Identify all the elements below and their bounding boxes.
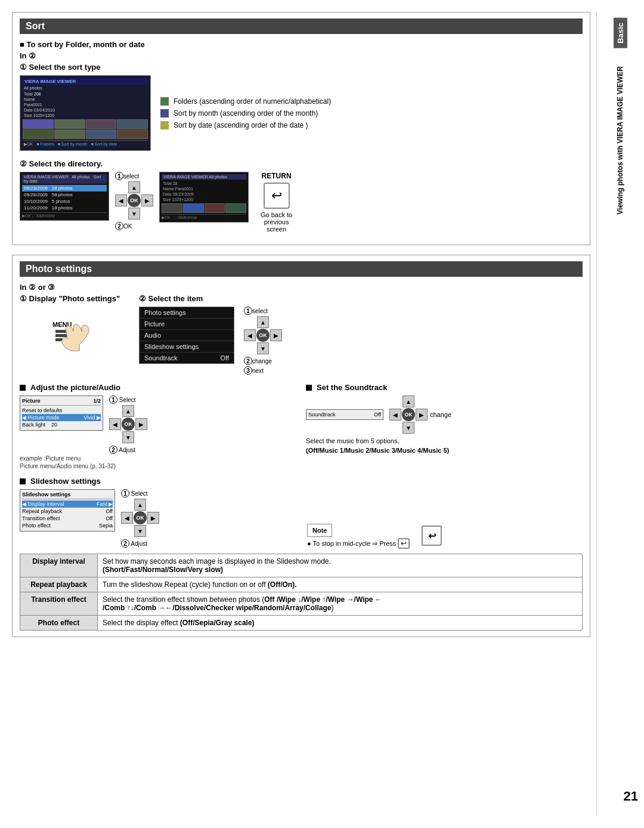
legend-item-green: Folders (ascending order of numeric/alph… <box>160 97 583 106</box>
photo-select-row: Photo settings Picture Audio Slideshow s… <box>139 307 583 375</box>
adj-down-row: ▼ <box>122 431 134 443</box>
adj-nav-down[interactable]: ▼ <box>122 431 134 443</box>
ss-nav-up[interactable]: ▲ <box>134 499 146 511</box>
table-row-photo-effect: Photo effect Select the display effect (… <box>20 616 583 631</box>
st-nav[interactable]: ▲ ◀ OK ▶ ▼ <box>389 396 428 434</box>
label-photo-effect: Photo effect <box>20 616 98 631</box>
thumb <box>205 203 225 213</box>
black-square2 <box>306 385 312 391</box>
legend-text-green: Folders (ascending order of numeric/alph… <box>174 97 331 106</box>
menu-hand-area: MENU <box>20 309 127 357</box>
legend-item-blue: Sort by month (ascending order of the mo… <box>160 109 583 118</box>
adjust-picture-header: Adjust the picture/Audio <box>20 383 296 392</box>
st-nav-up[interactable]: ▲ <box>402 396 414 407</box>
picture-mode-row: ◀ Picture modeVivid ▶ <box>22 414 101 421</box>
black-square3 <box>20 478 26 484</box>
st-nav-right[interactable]: ▶ <box>416 409 428 421</box>
main-content: Sort ■ To sort by Folder, month or date … <box>12 12 596 816</box>
legend-box-yellow <box>160 121 169 129</box>
ps-row-photo: Photo settings <box>140 307 234 319</box>
legend-box-green <box>160 97 169 106</box>
adj-select-label: 1 Select <box>109 396 136 404</box>
nav-right[interactable]: ▶ <box>141 194 153 206</box>
thumb <box>117 119 148 129</box>
ss-nav-right[interactable]: ▶ <box>147 512 159 524</box>
thumb <box>23 119 54 129</box>
nav-down-btn[interactable]: ▼ <box>257 342 269 354</box>
st-nav-down[interactable]: ▼ <box>402 422 414 434</box>
sort-subtitle: ■ To sort by Folder, month or date <box>20 40 583 49</box>
return-button-icon[interactable]: ↩ <box>264 183 290 209</box>
bottom-table: Display interval Set how many seconds ea… <box>20 554 583 631</box>
st-down-row: ▼ <box>402 422 414 434</box>
desc-repeat-playback: Turn the slideshow Repeat (cycle) functi… <box>98 577 583 592</box>
adj-nav-ok[interactable]: OK <box>122 418 135 431</box>
sort-legend-area: Folders (ascending order of numeric/alph… <box>160 75 583 151</box>
slideshow-nav-area: 1 Select ▲ ◀ OK ▶ <box>121 489 159 548</box>
ss-nav-down[interactable]: ▼ <box>134 525 146 537</box>
nav-down[interactable]: ▼ <box>128 208 140 220</box>
adjust-nav-area: 1 Select ▲ ◀ OK ▶ <box>109 396 147 454</box>
desc-display-interval: Set how many seconds each image is displ… <box>98 554 583 577</box>
slideshow-repeat: Repeat playbackOff <box>22 508 113 515</box>
sub-sections-row: Adjust the picture/Audio Picture1/2 Rese… <box>20 383 583 469</box>
ss-down-row: ▼ <box>134 525 146 537</box>
slideshow-screen: Slideshow settings ◀ Display intervalFas… <box>20 489 115 532</box>
nav-up[interactable]: ▲ <box>128 181 140 193</box>
return-label: RETURN <box>262 172 292 180</box>
st-nav-ok[interactable]: OK <box>402 408 415 421</box>
soundtrack-section: Set the Soundtrack SoundtrackOff ▲ <box>306 383 583 469</box>
table-row-repeat: Repeat playback Turn the slideshow Repea… <box>20 577 583 592</box>
screen2-selected: 09/23/2009 28 photos <box>22 185 107 191</box>
slideshow-photo-effect: Photo effectSepia <box>22 522 113 529</box>
select-nav[interactable]: ▲ ◀ OK ▶ ▼ <box>244 316 282 354</box>
dpad-nav[interactable]: ▲ ◀ OK ▶ ▼ <box>115 181 153 220</box>
adj-nav-right[interactable]: ▶ <box>135 418 147 430</box>
nav-ok[interactable]: OK <box>128 194 141 207</box>
nav-left-btn[interactable]: ◀ <box>244 329 256 341</box>
sort-top-row: VIERA IMAGE VIEWER All photos Total208 N… <box>20 75 583 151</box>
hand-menu-svg: MENU <box>49 309 97 357</box>
thumbnail-grid <box>23 119 148 139</box>
nav-left[interactable]: ◀ <box>115 194 127 206</box>
photo-in-label: In ② or ③ <box>20 283 583 292</box>
ps-row-audio: Audio <box>140 330 234 341</box>
ss-nav-left[interactable]: ◀ <box>121 512 133 524</box>
select-nav-down: ▼ <box>257 342 269 354</box>
adj-mid-row: ◀ OK ▶ <box>109 418 147 431</box>
adjust-nav[interactable]: ▲ ◀ OK ▶ ▼ <box>109 405 147 443</box>
sort-section-header: Sort <box>20 18 583 34</box>
ss-nav[interactable]: ▲ ◀ OK ▶ ▼ <box>121 499 159 537</box>
st-change-label: change <box>430 411 451 418</box>
photo-settings-header: Photo settings <box>20 261 583 277</box>
sort-screen-mock: VIERA IMAGE VIEWER All photos Total208 N… <box>20 75 151 151</box>
nav-right-btn[interactable]: ▶ <box>270 329 282 341</box>
st-nav-left[interactable]: ◀ <box>389 409 401 421</box>
photo-top-row: ① Display "Photo settings" MENU <box>20 294 583 375</box>
nav-up-btn[interactable]: ▲ <box>257 316 269 328</box>
soundtrack-header: Set the Soundtrack <box>306 383 583 392</box>
photo-select-item: ② Select the item Photo settings Picture… <box>139 294 583 375</box>
ss-nav-ok[interactable]: OK <box>134 511 147 524</box>
slideshow-row: Slideshow settings ◀ Display intervalFas… <box>20 489 295 548</box>
note-label: Note <box>312 527 327 534</box>
note-box-area: Note ● To stop in mid-cycle ⇒ Press ↩ <box>307 524 410 548</box>
screen2-row: 09/28/2009 58 photos <box>22 191 107 198</box>
slideshow-header: Slideshow settings <box>20 477 295 486</box>
nav-ok-btn[interactable]: OK <box>256 329 270 342</box>
adj-nav-up[interactable]: ▲ <box>122 405 134 417</box>
slideshow-section: Slideshow settings Slideshow settings ◀ … <box>20 477 295 548</box>
return-section: RETURN ↩ Go back topreviousscreen <box>261 172 292 233</box>
page-container: Sort ■ To sort by Folder, month or date … <box>0 0 644 828</box>
screen-title-bar: VIERA IMAGE VIEWER <box>23 78 148 85</box>
return-right-area: ↩ <box>422 524 442 548</box>
ss-up-row: ▲ <box>134 499 146 511</box>
note-content-row: Note ● To stop in mid-cycle ⇒ Press ↩ ↩ <box>307 524 583 548</box>
screen3-header: VIERA IMAGE VIEWER All photos <box>162 174 246 180</box>
thumb <box>54 119 85 129</box>
note-content: ● To stop in mid-cycle ⇒ Press ↩ <box>307 539 410 548</box>
adj-nav-left[interactable]: ◀ <box>109 418 121 430</box>
thumb <box>86 119 117 129</box>
adjust-picture-section: Adjust the picture/Audio Picture1/2 Rese… <box>20 383 296 469</box>
soundtrack-options: (Off/Music 1/Music 2/Music 3/Music 4/Mus… <box>306 447 583 454</box>
